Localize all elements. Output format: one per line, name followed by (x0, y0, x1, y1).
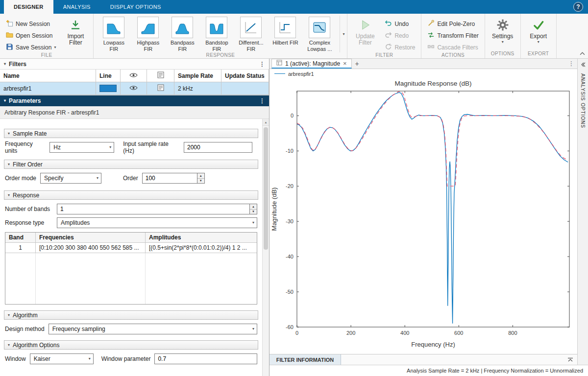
ribbon-group-actions: Edit Pole-Zero Transform Filter Cascade … (421, 14, 485, 58)
order-field[interactable] (142, 173, 197, 184)
chevron-down-icon: ▾ (538, 40, 539, 44)
tab-analysis[interactable]: ANALYSIS (53, 0, 100, 14)
number-of-bands-field[interactable] (57, 204, 249, 214)
bandstop-fir-icon (206, 17, 227, 38)
bands-table-row[interactable]: 1 [0:10:200 300 380 400 550 562 585 ... … (5, 243, 257, 253)
new-session-button[interactable]: New Session (4, 19, 58, 29)
new-document-button[interactable]: + (352, 59, 363, 69)
spin-up-icon[interactable]: ▲ (197, 173, 204, 179)
undo-button[interactable]: Undo (383, 19, 417, 29)
spin-up-icon[interactable]: ▲ (250, 204, 257, 210)
filter-report-button[interactable] (147, 82, 174, 95)
section-sample-rate[interactable]: ▾ Sample Rate (4, 129, 258, 138)
save-session-button[interactable]: Save Session ▾ (4, 42, 58, 52)
window-parameter-field[interactable] (154, 353, 257, 364)
transform-filter-button[interactable]: Transform Filter (425, 30, 480, 41)
window-row: Window Kaiser ▾ Window parameter (5, 352, 257, 365)
svg-text:0: 0 (291, 113, 294, 118)
tab-designer[interactable]: DESIGNER (4, 0, 53, 14)
cascade-filters-button[interactable]: Cascade Filters (425, 42, 480, 52)
response-type-combo[interactable]: Amplitudes ▾ (57, 217, 257, 228)
collapse-toolstrip-button[interactable] (580, 50, 585, 57)
frequency-units-combo[interactable]: Hz ▾ (49, 142, 114, 153)
collapse-parameters-icon[interactable]: ▾ (4, 99, 6, 103)
edit-pole-zero-button[interactable]: Edit Pole-Zero (425, 19, 480, 29)
spin-down-icon[interactable]: ▼ (197, 179, 204, 184)
expand-analysis-options-button[interactable] (581, 62, 586, 69)
svg-text:-60: -60 (286, 324, 294, 330)
input-sample-rate-field[interactable] (184, 142, 252, 153)
line-color-cell[interactable] (96, 82, 121, 95)
main-area: ▾ Filters ⋮ Name Line Sample Rate Update… (0, 59, 588, 376)
filters-table-row[interactable]: arbrespfir1 2 kHz (0, 82, 269, 95)
export-button[interactable]: Export ▾ (525, 16, 552, 44)
response-bandstop-fir-button[interactable]: BandstopFIR (200, 17, 233, 52)
close-icon[interactable]: × (343, 60, 347, 67)
restore-button[interactable]: Restore (383, 42, 417, 52)
line-color-swatch[interactable] (99, 85, 117, 92)
scroll-up-icon[interactable]: ▲ (263, 119, 269, 126)
band-amplitudes-cell[interactable]: [(0.5+sin(2*pi*8*(0:0.01:0.2))/4) 1 2 ..… (146, 243, 257, 253)
svg-text:-40: -40 (286, 254, 294, 259)
report-icon (157, 71, 164, 80)
parameters-panel-menu-icon[interactable]: ⋮ (259, 97, 265, 104)
bands-table-empty-area (5, 253, 257, 304)
save-session-icon (6, 43, 13, 52)
response-bandpass-fir-button[interactable]: BandpassFIR (166, 17, 198, 52)
help-icon: ? (576, 3, 580, 10)
document-menu-icon[interactable]: ⋮ (568, 59, 574, 69)
collapse-filters-icon[interactable]: ▾ (4, 62, 6, 66)
section-algorithm-options[interactable]: ▾ Algorithm Options (4, 340, 258, 350)
order-spinner: ▲ ▼ (142, 173, 205, 184)
section-algorithm[interactable]: ▾ Algorithm (4, 310, 258, 320)
response-hilbert-fir-button[interactable]: Hilbert FIR (269, 17, 301, 52)
magnitude-tab[interactable]: 1 (active): Magnitude × (271, 59, 352, 69)
toolstrip-tabbar: DESIGNER ANALYSIS DISPLAY OPTIONS ? (0, 0, 588, 14)
filter-information-tab[interactable]: FILTER INFORMATION (270, 354, 341, 365)
cascade-filters-icon (427, 43, 435, 52)
order-mode-combo[interactable]: Specify ▾ (40, 173, 101, 184)
section-algorithm-title: Algorithm (13, 312, 38, 319)
design-method-row: Design method Frequency sampling ▾ (5, 323, 257, 335)
bandstop-fir-label: BandstopFIR (205, 40, 228, 52)
window-combo[interactable]: Kaiser ▾ (30, 353, 94, 364)
update-filter-icon (358, 17, 372, 33)
design-method-combo[interactable]: Frequency sampling ▾ (49, 324, 257, 334)
response-complex-lowpass-button[interactable]: ComplexLowpas ... (303, 17, 336, 52)
update-filter-button[interactable]: Update Filter (351, 16, 379, 46)
window-value: Kaiser (34, 355, 50, 362)
svg-text:200: 200 (346, 330, 355, 336)
ribbon-group-export: Export ▾ EXPORT (521, 14, 557, 58)
response-lowpass-fir-button[interactable]: LowpassFIR (98, 17, 130, 52)
open-session-button[interactable]: Open Session (4, 30, 58, 41)
response-gallery-expand-button[interactable]: ▾ (340, 16, 347, 52)
ribbon-group-filter: Update Filter Undo Redo Restore (347, 14, 421, 58)
redo-button[interactable]: Redo (383, 30, 417, 41)
response-highpass-fir-button[interactable]: HighpassFIR (132, 17, 164, 52)
section-response[interactable]: ▾ Response (4, 190, 258, 200)
response-differentiator-fir-button[interactable]: Different...FIR (235, 17, 267, 52)
ribbon-group-actions-label: ACTIONS (421, 52, 484, 58)
col-frequencies: Frequencies (36, 233, 146, 243)
svg-text:Magnitude (dB): Magnitude (dB) (270, 188, 278, 231)
scrollbar-thumb[interactable] (264, 127, 268, 250)
redo-icon (385, 31, 392, 40)
section-filter-order[interactable]: ▾ Filter Order (4, 160, 258, 169)
spin-down-icon[interactable]: ▼ (250, 210, 257, 214)
settings-button[interactable]: Settings ▾ (489, 16, 516, 44)
import-filter-button[interactable]: Import Filter (62, 16, 89, 46)
help-button[interactable]: ? (573, 2, 583, 12)
expand-filter-information-button[interactable] (567, 354, 577, 365)
visibility-toggle[interactable] (121, 82, 147, 95)
filter-information-label: FILTER INFORMATION (276, 357, 334, 363)
ribbon-group-filter-label: FILTER (347, 52, 421, 58)
parameters-scrollbar[interactable]: ▲ (262, 119, 269, 376)
chevron-down-icon: ▾ (8, 313, 10, 317)
filters-panel-menu-icon[interactable]: ⋮ (259, 61, 265, 68)
complex-lowpass-label: ComplexLowpas ... (307, 40, 332, 52)
ribbon-group-file: New Session Open Session Save Session ▾ … (0, 14, 94, 58)
band-frequencies-cell[interactable]: [0:10:200 300 380 400 550 562 585 ... (36, 243, 146, 253)
input-sample-rate-label: Input sample rate (Hz) (123, 141, 180, 154)
band-number-cell[interactable]: 1 (5, 243, 36, 253)
tab-display-options[interactable]: DISPLAY OPTIONS (100, 0, 171, 14)
